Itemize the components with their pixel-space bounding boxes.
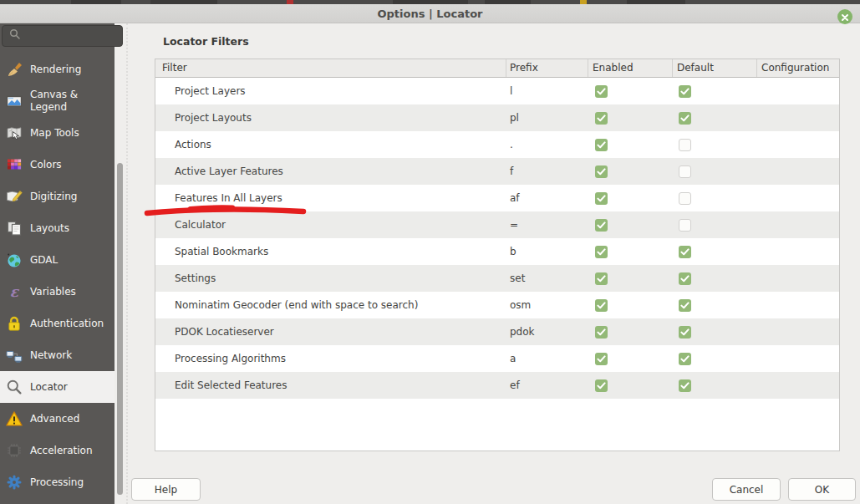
table-row-spatial-bookmarks[interactable]: Spatial Bookmarksb [155,238,839,265]
enabled-cell [588,326,673,339]
checked-checkbox[interactable] [679,379,691,392]
checked-checkbox[interactable] [679,326,691,339]
sidebar-item-gdal[interactable]: GDAL [0,244,114,276]
ok-button[interactable]: OK [788,478,856,501]
unchecked-checkbox[interactable] [679,192,691,205]
checked-checkbox[interactable] [595,299,608,312]
checked-checkbox[interactable] [679,299,691,312]
table-row-settings[interactable]: Settingsset [155,265,839,292]
sidebar-item-map-tools[interactable]: Map Tools [0,117,114,149]
splitter-handle[interactable] [126,23,128,504]
paintbrush-icon [6,61,23,78]
prefix-cell: pl [506,112,588,124]
unchecked-checkbox[interactable] [679,219,691,232]
checked-checkbox[interactable] [679,112,691,125]
checked-checkbox[interactable] [595,219,608,232]
help-button[interactable]: Help [131,478,201,501]
column-header-filter[interactable]: Filter [155,59,506,77]
sidebar-item-processing[interactable]: Processing [0,466,114,498]
table-row-active-layer-features[interactable]: Active Layer Featuresf [155,158,839,185]
prefix-cell: af [506,192,588,204]
column-header-configuration[interactable]: Configuration [757,59,839,77]
titlebar[interactable]: Options | Locator [0,4,860,23]
table-row-features-in-all-layers[interactable]: Features In All Layersaf [155,185,839,211]
sidebar-item-label: Rendering [30,64,112,76]
sidebar-item-canvas-legend[interactable]: Canvas & Legend [0,85,114,117]
sidebar-item-authentication[interactable]: Authentication [0,308,114,339]
checked-checkbox[interactable] [595,246,608,258]
table-body: Project LayerslProject LayoutsplActions.… [155,78,839,399]
sidebar-item-colors[interactable]: Colors [0,149,114,181]
column-header-default[interactable]: Default [673,59,757,77]
enabled-cell [588,112,673,125]
table-row-edit-selected-features[interactable]: Edit Selected Featuresef [155,372,839,399]
close-button[interactable] [837,9,852,24]
checked-checkbox[interactable] [679,353,691,365]
sidebar-item-rendering[interactable]: Rendering [0,53,114,85]
sidebar: RenderingCanvas & LegendMap ToolsColorsD… [0,23,114,504]
magnifier-icon [6,379,23,395]
default-cell [673,272,757,285]
checked-checkbox[interactable] [595,326,608,339]
default-cell [673,85,757,98]
prefix-cell: osm [506,299,588,311]
checked-checkbox[interactable] [679,246,691,258]
column-header-enabled[interactable]: Enabled [588,59,673,77]
table-row-pdok-locatieserver[interactable]: PDOK Locatieserverpdok [155,318,839,345]
prefix-cell: b [506,246,588,257]
checked-checkbox[interactable] [595,192,608,205]
sidebar-item-label: Processing [30,476,112,489]
table-row-actions[interactable]: Actions. [155,131,839,158]
table-row-calculator[interactable]: Calculator= [155,211,839,238]
table-row-nominatim-geocoder-end-with-space-to-search[interactable]: Nominatim Geocoder (end with space to se… [155,292,839,318]
enabled-cell [588,192,673,205]
sidebar-item-acceleration[interactable]: Acceleration [0,435,114,466]
sidebar-item-layouts[interactable]: Layouts [0,212,114,244]
warning-icon [6,410,23,427]
sidebar-item-label: Authentication [30,318,112,330]
default-cell [673,192,757,205]
unchecked-checkbox[interactable] [679,139,691,151]
sidebar-item-network[interactable]: Network [0,339,114,371]
options-dialog: Options | Locator RenderingCanvas & Lege… [0,0,860,504]
checked-checkbox[interactable] [595,112,608,125]
checked-checkbox[interactable] [595,139,608,151]
checked-checkbox[interactable] [595,353,608,365]
default-cell [673,112,757,125]
filter-name-cell: Spatial Bookmarks [155,246,506,257]
globe-icon [6,252,23,268]
checked-checkbox[interactable] [595,272,608,285]
table-row-project-layouts[interactable]: Project Layoutspl [155,104,839,131]
prefix-cell: a [506,353,588,364]
enabled-cell [588,299,673,312]
filter-name-cell: Project Layouts [155,112,506,124]
sidebar-item-locator[interactable]: Locator [0,371,114,403]
sidebar-item-advanced[interactable]: Advanced [0,403,114,435]
search-icon [8,28,22,44]
gear-icon [6,474,23,491]
checked-checkbox[interactable] [595,379,608,392]
table-row-processing-algorithms[interactable]: Processing Algorithmsa [155,345,839,372]
prefix-cell: f [506,165,588,177]
cancel-button[interactable]: Cancel [712,478,781,501]
default-cell [673,219,757,232]
checked-checkbox[interactable] [679,272,691,285]
sidebar-item-label: Advanced [30,413,112,425]
table-header-row: FilterPrefixEnabledDefaultConfiguration [155,59,839,78]
column-header-prefix[interactable]: Prefix [506,59,588,77]
sidebar-item-label: Locator [30,381,112,394]
window-title: Options | Locator [0,4,860,23]
checked-checkbox[interactable] [679,85,691,98]
filter-name-cell: Calculator [155,219,506,231]
sidebar-scrollbar[interactable] [117,163,123,495]
sidebar-search-input[interactable] [2,25,123,47]
enabled-cell [588,246,673,258]
unchecked-checkbox[interactable] [679,165,691,178]
sidebar-item-digitizing[interactable]: Digitizing [0,181,114,212]
checked-checkbox[interactable] [595,85,608,98]
color-palette-icon [6,156,23,173]
default-cell [673,299,757,312]
table-row-project-layers[interactable]: Project Layersl [155,78,839,104]
checked-checkbox[interactable] [595,165,608,178]
sidebar-item-variables[interactable]: εVariables [0,276,114,308]
